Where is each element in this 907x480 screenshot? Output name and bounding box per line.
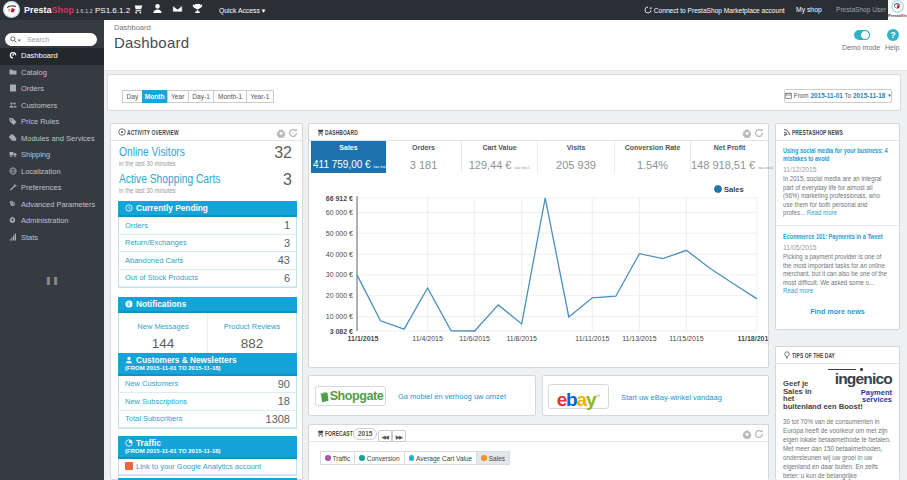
svg-text:11/15/2015: 11/15/2015 (669, 335, 704, 342)
svg-text:40 000 €: 40 000 € (326, 251, 353, 258)
svg-text:11/4/2015: 11/4/2015 (412, 335, 443, 342)
svg-text:Sales: Sales (724, 185, 744, 194)
svg-text:30 000 €: 30 000 € (326, 271, 353, 278)
svg-text:20 000 €: 20 000 € (326, 292, 353, 299)
svg-text:50 000 €: 50 000 € (326, 230, 353, 237)
svg-text:11/13/2015: 11/13/2015 (622, 335, 657, 342)
svg-text:11/18/201: 11/18/201 (738, 335, 768, 342)
svg-text:60 000 €: 60 000 € (326, 209, 353, 216)
svg-text:11/6/2015: 11/6/2015 (459, 335, 490, 342)
svg-text:3 082 €: 3 082 € (330, 328, 353, 335)
svg-text:66 912 €: 66 912 € (326, 195, 353, 202)
svg-text:11/11/2015: 11/11/2015 (575, 335, 609, 342)
svg-text:11/1/2015: 11/1/2015 (348, 335, 379, 342)
svg-text:11/8/2015: 11/8/2015 (506, 335, 537, 342)
svg-text:10 000 €: 10 000 € (326, 313, 353, 320)
